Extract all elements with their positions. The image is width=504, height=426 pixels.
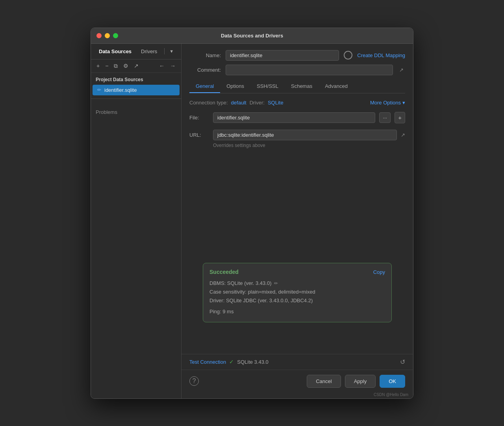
section-title: Project Data Sources <box>91 73 181 85</box>
datasource-item-sqlite[interactable]: ✏ identifier.sqlite <box>93 85 180 95</box>
expand-comment-icon[interactable]: ↗ <box>398 66 405 74</box>
url-input[interactable] <box>213 130 397 140</box>
check-icon: ✓ <box>229 359 234 365</box>
connection-type-left: Connection type: default Driver: SQLite <box>189 100 284 106</box>
name-input[interactable] <box>226 50 339 61</box>
sidebar: Data Sources Drivers ▼ + − ⧉ ⚙ ↗ ← → Pro… <box>91 44 182 398</box>
test-connection-button[interactable]: Test Connection <box>189 359 226 365</box>
tab-content: Connection type: default Driver: SQLite … <box>182 93 413 354</box>
driver-info-text: Driver: SQLite JDBC (ver. 3.43.0.0, JDBC… <box>209 296 385 305</box>
file-browse-button[interactable]: ··· <box>379 112 391 123</box>
overrides-text: Overrides settings above <box>213 143 405 148</box>
driver-label: Driver: <box>250 100 265 106</box>
dbms-text: DBMS: SQLite (ver. 3.43.0) <box>209 279 272 288</box>
url-expand-icon[interactable]: ↗ <box>401 132 405 138</box>
tab-general[interactable]: General <box>189 80 220 93</box>
ok-button[interactable]: OK <box>380 375 405 388</box>
file-row: File: ··· + <box>189 112 405 123</box>
apply-button[interactable]: Apply <box>345 375 376 388</box>
create-ddl-link[interactable]: Create DDL Mapping <box>357 52 405 58</box>
comment-label: Comment: <box>189 67 221 73</box>
dialog: Data Sources and Drivers Data Sources Dr… <box>91 28 413 399</box>
status-circle <box>344 51 352 60</box>
name-label: Name: <box>189 52 221 58</box>
copy-datasource-button[interactable]: ⧉ <box>112 62 119 70</box>
popup-header: Succeeded Copy <box>209 269 385 275</box>
file-add-button[interactable]: + <box>395 112 405 123</box>
watermark: CSDN @Hello Dam <box>182 393 413 398</box>
comment-row: Comment: ↗ <box>189 65 405 75</box>
form-header: Name: Create DDL Mapping Comment: ↗ <box>182 44 413 78</box>
dialog-title: Data Sources and Drivers <box>221 33 283 39</box>
copy-button[interactable]: Copy <box>373 269 385 275</box>
dbms-row: DBMS: SQLite (ver. 3.43.0) ✏ <box>209 279 385 288</box>
window-controls <box>96 33 118 38</box>
file-label: File: <box>189 115 209 121</box>
url-row: URL: ↗ <box>189 130 405 140</box>
chevron-down-icon: ▾ <box>402 100 405 106</box>
popup-body: DBMS: SQLite (ver. 3.43.0) ✏ Case sensit… <box>209 279 385 316</box>
tab-data-sources[interactable]: Data Sources <box>95 47 135 56</box>
case-sensitivity-text: Case sensitivity: plain=mixed, delimited… <box>209 288 385 296</box>
ping-text: Ping: 9 ms <box>209 307 385 316</box>
maximize-button[interactable] <box>113 33 118 38</box>
tab-divider <box>164 48 165 54</box>
url-label: URL: <box>189 132 209 138</box>
sqlite-icon: ✏ <box>97 87 101 93</box>
tab-menu-button[interactable]: ▼ <box>168 48 175 54</box>
tab-advanced[interactable]: Advanced <box>319 80 354 93</box>
forward-button[interactable]: → <box>169 62 177 70</box>
close-button[interactable] <box>96 33 102 38</box>
success-popup: Succeeded Copy DBMS: SQLite (ver. 3.43.0… <box>203 263 392 322</box>
cancel-button[interactable]: Cancel <box>307 375 341 388</box>
tab-ssh-ssl[interactable]: SSH/SSL <box>250 80 285 93</box>
tabs-bar: General Options SSH/SSL Schemas Advanced <box>189 80 405 93</box>
file-input[interactable] <box>213 112 375 123</box>
sidebar-toolbar: + − ⧉ ⚙ ↗ ← → <box>91 60 181 73</box>
connection-type-label: Connection type: <box>189 100 228 106</box>
title-bar: Data Sources and Drivers <box>91 28 413 44</box>
back-button[interactable]: ← <box>158 62 166 70</box>
connection-type-value[interactable]: default <box>231 100 246 106</box>
comment-input[interactable] <box>226 65 393 75</box>
sqlite-version-text: SQLite 3.43.0 <box>237 359 269 365</box>
tab-drivers[interactable]: Drivers <box>137 47 161 56</box>
main-content: Data Sources Drivers ▼ + − ⧉ ⚙ ↗ ← → Pro… <box>91 44 413 398</box>
edit-icon[interactable]: ✏ <box>274 279 278 287</box>
datasource-item-label: identifier.sqlite <box>104 87 137 93</box>
succeeded-label: Succeeded <box>209 269 239 275</box>
test-connection-bar: Test Connection ✓ SQLite 3.43.0 ↺ <box>182 354 413 370</box>
help-button[interactable]: ? <box>189 376 199 386</box>
driver-value[interactable]: SQLite <box>268 100 284 106</box>
remove-button[interactable]: − <box>104 62 110 70</box>
name-row: Name: Create DDL Mapping <box>189 50 405 61</box>
refresh-button[interactable]: ↺ <box>400 358 405 366</box>
dialog-footer: ? Cancel Apply OK <box>182 370 413 393</box>
problems-section: Problems <box>91 105 181 119</box>
add-button[interactable]: + <box>95 62 101 70</box>
sidebar-tabs: Data Sources Drivers ▼ <box>91 44 181 60</box>
connection-type-row: Connection type: default Driver: SQLite … <box>189 100 405 106</box>
tab-options[interactable]: Options <box>220 80 250 93</box>
more-options-label: More Options <box>370 100 401 106</box>
right-panel: Name: Create DDL Mapping Comment: ↗ Gene… <box>182 44 413 398</box>
minimize-button[interactable] <box>105 33 110 38</box>
more-options-button[interactable]: More Options ▾ <box>370 100 405 106</box>
settings-button[interactable]: ⚙ <box>122 62 130 70</box>
tab-schemas[interactable]: Schemas <box>285 80 319 93</box>
export-button[interactable]: ↗ <box>132 62 140 70</box>
